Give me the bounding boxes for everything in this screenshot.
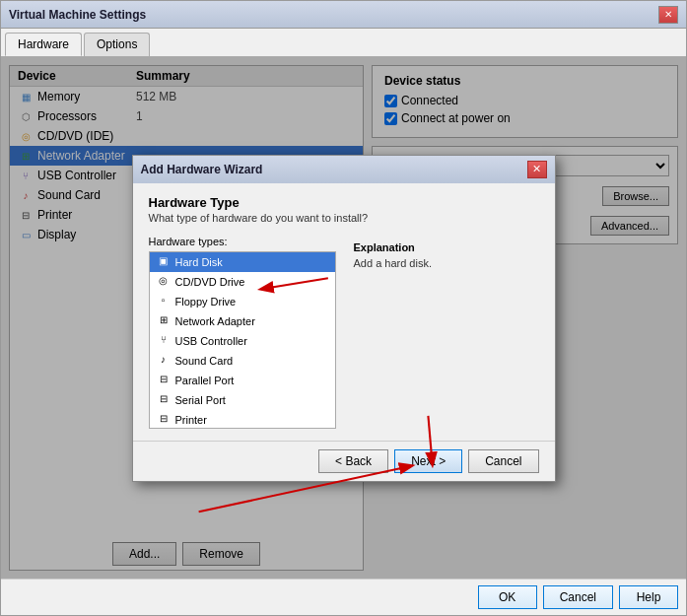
- modal-section-title: Hardware Type: [149, 195, 539, 210]
- help-button[interactable]: Help: [619, 585, 678, 609]
- hardware-list-label: Hardware types:: [149, 236, 336, 247]
- hw-label-network: Network Adapter: [175, 315, 255, 327]
- hw-label-cddvd: CD/DVD Drive: [175, 276, 245, 288]
- tab-hardware[interactable]: Hardware: [5, 33, 82, 56]
- main-window: Virtual Machine Settings ✕ Hardware Opti…: [0, 0, 687, 616]
- modal-close-button[interactable]: ✕: [527, 161, 547, 178]
- hw-label-usb: USB Controller: [175, 335, 247, 347]
- hardware-list: ▣ Hard Disk ◎ CD/DVD Drive ▫ Floppy Driv…: [149, 251, 336, 429]
- hw-sound-icon: ♪: [156, 354, 172, 368]
- tab-options[interactable]: Options: [84, 33, 150, 56]
- hw-parallel-icon: ⊟: [156, 374, 172, 387]
- modal-cancel-button[interactable]: Cancel: [468, 449, 538, 473]
- hw-serial-icon: ⊟: [156, 393, 172, 407]
- hw-usb-icon: ⑂: [156, 334, 172, 348]
- hardware-list-container: Hardware types: ▣ Hard Disk ◎ CD/DVD Dri…: [149, 236, 336, 429]
- hw-item-harddisk[interactable]: ▣ Hard Disk: [150, 252, 335, 272]
- bottom-bar: OK Cancel Help: [1, 579, 686, 615]
- title-bar: Virtual Machine Settings ✕: [1, 1, 686, 29]
- hw-label-harddisk: Hard Disk: [175, 256, 223, 268]
- tab-bar: Hardware Options: [1, 29, 686, 57]
- title-controls: ✕: [658, 6, 678, 24]
- ok-button[interactable]: OK: [478, 585, 537, 609]
- hw-label-serial: Serial Port: [175, 394, 226, 406]
- modal-content: Hardware types: ▣ Hard Disk ◎ CD/DVD Dri…: [149, 236, 539, 429]
- hw-item-floppy[interactable]: ▫ Floppy Drive: [150, 292, 335, 311]
- hw-network-icon: ⊞: [156, 314, 172, 328]
- modal-title: Add Hardware Wizard: [141, 163, 263, 176]
- hw-floppy-icon: ▫: [156, 295, 172, 308]
- hw-item-cddvd[interactable]: ◎ CD/DVD Drive: [150, 272, 335, 292]
- modal-section-desc: What type of hardware do you want to ins…: [149, 212, 539, 224]
- hw-item-network[interactable]: ⊞ Network Adapter: [150, 311, 335, 331]
- hw-label-printer: Printer: [175, 414, 207, 426]
- harddisk-icon: ▣: [156, 255, 172, 269]
- hw-item-sound[interactable]: ♪ Sound Card: [150, 351, 335, 371]
- add-hardware-modal: Add Hardware Wizard ✕ Hardware Type What…: [132, 155, 556, 482]
- hw-item-serial[interactable]: ⊟ Serial Port: [150, 390, 335, 410]
- hw-item-parallel[interactable]: ⊟ Parallel Port: [150, 371, 335, 390]
- hw-printer-icon: ⊟: [156, 413, 172, 427]
- hw-label-sound: Sound Card: [175, 355, 234, 367]
- next-button[interactable]: Next >: [394, 449, 462, 473]
- explanation-text: Add a hard disk.: [354, 257, 533, 269]
- explanation-title: Explanation: [354, 241, 533, 253]
- back-button[interactable]: < Back: [318, 449, 388, 473]
- modal-title-bar: Add Hardware Wizard ✕: [133, 156, 555, 183]
- close-button[interactable]: ✕: [658, 6, 678, 24]
- modal-overlay: Add Hardware Wizard ✕ Hardware Type What…: [1, 57, 686, 579]
- explanation-box: Explanation Add a hard disk.: [348, 236, 539, 429]
- hw-cddvd-icon: ◎: [156, 275, 172, 289]
- hw-item-printer[interactable]: ⊟ Printer: [150, 410, 335, 429]
- hw-item-usb[interactable]: ⑂ USB Controller: [150, 331, 335, 351]
- content-area: Device Summary ▦ Memory 512 MB ⬡ Process…: [1, 57, 686, 579]
- cancel-button[interactable]: Cancel: [543, 585, 613, 609]
- modal-footer: < Back Next > Cancel: [133, 441, 555, 481]
- hw-label-parallel: Parallel Port: [175, 375, 235, 386]
- modal-body: Hardware Type What type of hardware do y…: [133, 183, 555, 441]
- hw-label-floppy: Floppy Drive: [175, 296, 237, 308]
- window-title: Virtual Machine Settings: [9, 8, 146, 22]
